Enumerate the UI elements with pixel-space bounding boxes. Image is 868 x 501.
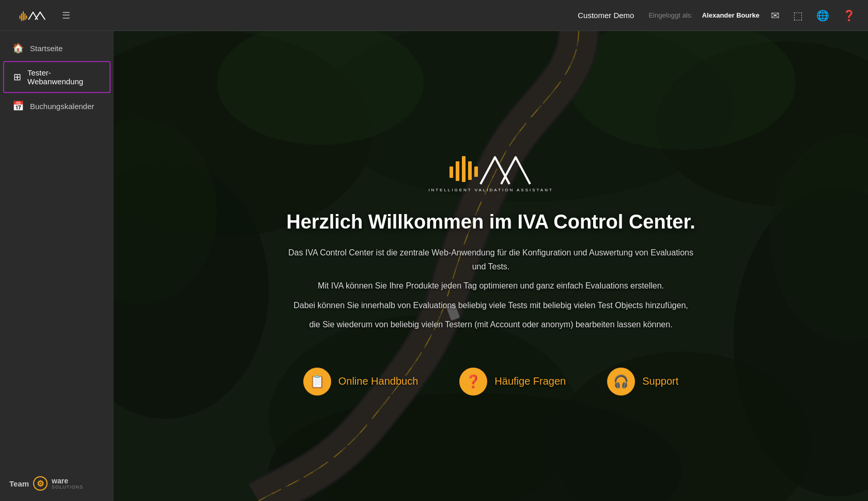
svg-rect-24 [468, 161, 472, 180]
header: ☰ Customer Demo Eingeloggt als: Alexande… [0, 0, 868, 31]
teamware-circle-icon: ⚙ [33, 476, 48, 491]
svg-rect-2 [23, 11, 24, 21]
svg-rect-0 [20, 16, 21, 19]
desc-line-4: die Sie wiederum von beliebig vielen Tes… [284, 317, 698, 331]
svg-rect-4 [26, 16, 27, 19]
desc-line-3: Dabei können Sie innerhalb von Evaluatio… [284, 298, 698, 312]
logout-icon[interactable]: ⬚ [791, 7, 805, 24]
sidebar: 🏠 Startseite ⊞ Tester-Webanwendung 📅 Buc… [0, 31, 114, 501]
teamware-text-1: Team [9, 479, 29, 488]
online-handbuch-label: Online Handbuch [338, 375, 419, 387]
help-icon[interactable]: ❓ [841, 7, 858, 24]
online-handbuch-icon: 📋 [303, 368, 331, 396]
svg-text:INTELLIGENT VALIDATION ASSISTA: INTELLIGENT VALIDATION ASSISTANT [428, 188, 553, 192]
main-body: 🏠 Startseite ⊞ Tester-Webanwendung 📅 Buc… [0, 31, 868, 501]
welcome-description: Das IVA Control Center ist die zentrale … [284, 246, 698, 331]
support-icon: 🎧 [607, 368, 635, 396]
svg-rect-22 [456, 161, 459, 181]
sidebar-label-startseite: Startseite [30, 44, 63, 53]
sidebar-item-buchungskalender[interactable]: 📅 Buchungskalender [3, 94, 111, 118]
sidebar-item-startseite[interactable]: 🏠 Startseite [3, 36, 111, 60]
quick-link-haeufige-fragen[interactable]: ❓ Häufige Fragen [459, 368, 566, 396]
desc-line-2: Mit IVA können Sie Ihre Produkte jeden T… [284, 279, 698, 293]
calendar-icon: 📅 [12, 100, 24, 112]
teamware-solutions: SOLUTIONS [52, 484, 83, 490]
sidebar-label-tester-webanwendung: Tester-Webanwendung [27, 68, 100, 86]
desc-line-1: Das IVA Control Center ist die zentrale … [284, 246, 698, 274]
quick-link-support[interactable]: 🎧 Support [607, 368, 678, 396]
support-label: Support [642, 375, 678, 387]
grid-icon: ⊞ [13, 71, 21, 83]
iva-logo-svg: INTELLIGENT VALIDATION ASSISTANT [413, 147, 568, 193]
header-left: ☰ [10, 6, 70, 25]
logged-in-name: Alexander Bourke [702, 11, 760, 19]
teamware-logo: Team ⚙ ware SOLUTIONS [9, 476, 104, 491]
globe-icon[interactable]: 🌐 [814, 7, 831, 24]
app-logo [10, 6, 52, 25]
quick-links: 📋 Online Handbuch ❓ Häufige Fragen 🎧 Sup… [303, 368, 679, 396]
haeufige-fragen-icon: ❓ [459, 368, 487, 396]
quick-link-online-handbuch[interactable]: 📋 Online Handbuch [303, 368, 419, 396]
sidebar-nav: 🏠 Startseite ⊞ Tester-Webanwendung 📅 Buc… [0, 36, 114, 118]
customer-demo-label: Customer Demo [578, 11, 634, 20]
content-area: INTELLIGENT VALIDATION ASSISTANT Herzlic… [114, 31, 868, 501]
welcome-title: Herzlich Willkommen im IVA Control Cente… [284, 211, 698, 233]
iva-logo-area: INTELLIGENT VALIDATION ASSISTANT [413, 147, 568, 195]
mail-icon[interactable]: ✉ [769, 7, 782, 24]
svg-rect-21 [450, 166, 453, 178]
sidebar-label-buchungskalender: Buchungskalender [30, 102, 94, 111]
home-icon: 🏠 [12, 42, 24, 54]
teamware-brand: ware SOLUTIONS [52, 477, 83, 490]
menu-toggle[interactable]: ☰ [62, 10, 70, 21]
content-center: INTELLIGENT VALIDATION ASSISTANT Herzlic… [114, 31, 868, 501]
haeufige-fragen-label: Häufige Fragen [494, 375, 566, 387]
header-right: Customer Demo Eingeloggt als: Alexander … [578, 7, 858, 24]
svg-rect-1 [21, 13, 22, 21]
logged-in-label: Eingeloggt als: [648, 11, 692, 19]
welcome-section: Herzlich Willkommen im IVA Control Cente… [284, 211, 698, 337]
svg-rect-25 [474, 166, 478, 177]
sidebar-bottom: Team ⚙ ware SOLUTIONS [0, 466, 114, 501]
teamware-ware: ware [52, 477, 83, 484]
svg-rect-3 [24, 13, 25, 20]
sidebar-item-tester-webanwendung[interactable]: ⊞ Tester-Webanwendung [3, 61, 111, 93]
svg-rect-23 [462, 156, 466, 182]
